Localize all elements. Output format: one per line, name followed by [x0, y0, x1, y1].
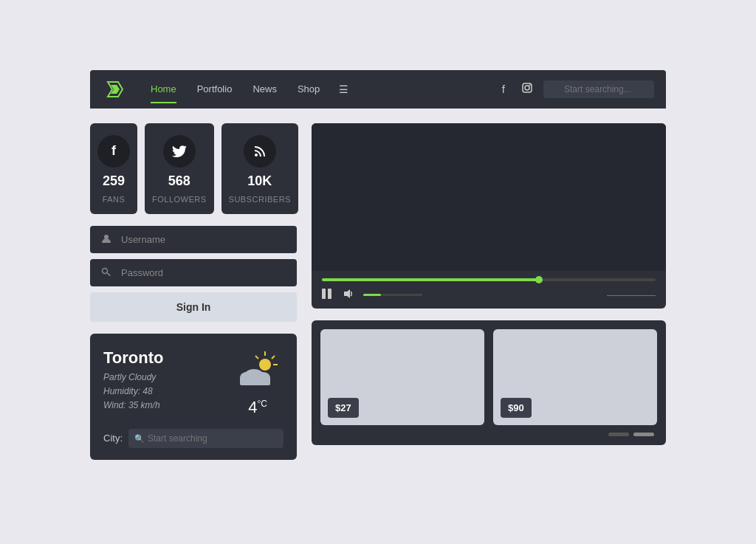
- weather-top: Toronto Partly Cloudy Humidity: 48 Wind:…: [103, 348, 284, 417]
- video-progress-fill: [322, 278, 539, 281]
- weather-description: Partly Cloudy Humidity: 48 Wind: 35 km/h: [103, 371, 163, 413]
- rss-count: 10K: [247, 173, 272, 189]
- navbar-logo[interactable]: [102, 76, 128, 103]
- twitter-count: 568: [168, 173, 190, 189]
- password-input[interactable]: [121, 267, 286, 278]
- nav-shop[interactable]: Shop: [289, 79, 329, 99]
- key-icon: [100, 266, 112, 279]
- scrollbar-dot-1[interactable]: [608, 433, 629, 436]
- login-form: Sign In: [90, 226, 297, 322]
- password-field-wrapper: [90, 259, 297, 286]
- hamburger-icon[interactable]: ☰: [331, 79, 356, 100]
- facebook-stat-card: f 259 FANS: [90, 123, 137, 214]
- price-badge-2: $90: [501, 398, 532, 418]
- main-content: f 259 FANS 568 Followers: [90, 109, 666, 475]
- signin-button[interactable]: Sign In: [90, 292, 297, 322]
- rss-label: Subscribers: [229, 195, 291, 204]
- svg-rect-17: [322, 289, 326, 299]
- social-stats: f 259 FANS 568 Followers: [90, 123, 297, 214]
- volume-bar-fill: [363, 294, 381, 296]
- rss-stat-card: 10K Subscribers: [221, 123, 298, 214]
- left-column: f 259 FANS 568 Followers: [90, 123, 297, 460]
- svg-line-9: [272, 356, 275, 359]
- facebook-count: 259: [103, 173, 125, 189]
- svg-point-7: [103, 268, 108, 273]
- video-player: ——————: [312, 123, 666, 309]
- product-scrollbar: [320, 433, 657, 436]
- nav-links: Home Portfolio News Shop ☰: [142, 79, 492, 100]
- svg-point-4: [529, 85, 531, 86]
- video-progress-dot: [535, 276, 543, 283]
- video-time: ——————: [607, 290, 656, 299]
- right-column: —————— $27 $90: [312, 123, 666, 460]
- username-input[interactable]: [121, 234, 286, 245]
- weather-info: Toronto Partly Cloudy Humidity: 48 Wind:…: [103, 348, 163, 413]
- product-grid: $27 $90: [320, 329, 657, 425]
- svg-line-11: [255, 356, 258, 359]
- svg-point-12: [259, 359, 271, 371]
- nav-portfolio[interactable]: Portfolio: [188, 79, 241, 99]
- twitter-stat-icon: [163, 135, 196, 168]
- nav-news[interactable]: News: [244, 79, 286, 99]
- video-screen[interactable]: [312, 123, 666, 271]
- city-search-input[interactable]: [128, 429, 284, 448]
- volume-button[interactable]: [343, 289, 354, 301]
- facebook-icon[interactable]: f: [496, 78, 511, 100]
- facebook-stat-icon: f: [97, 135, 130, 168]
- facebook-label: FANS: [103, 195, 126, 204]
- weather-temp: 4°C: [248, 398, 267, 417]
- nav-search-input[interactable]: [543, 80, 654, 98]
- weather-search-icon: 🔍: [134, 433, 145, 443]
- volume-bar[interactable]: [363, 294, 422, 296]
- product-panel: $27 $90: [312, 320, 666, 445]
- nav-home[interactable]: Home: [142, 79, 185, 99]
- city-search-wrapper: 🔍: [128, 429, 284, 448]
- weather-search: City: 🔍: [103, 429, 284, 448]
- svg-rect-16: [240, 376, 270, 385]
- weather-sun-cloud-icon: [232, 348, 284, 389]
- weather-icon-area: 4°C: [232, 348, 284, 417]
- svg-point-3: [525, 86, 529, 90]
- play-pause-button[interactable]: [322, 289, 334, 301]
- svg-point-5: [255, 154, 258, 156]
- weather-city: Toronto: [103, 348, 163, 368]
- weather-card: Toronto Partly Cloudy Humidity: 48 Wind:…: [90, 334, 297, 460]
- svg-marker-19: [344, 289, 350, 298]
- twitter-label: Followers: [152, 195, 207, 204]
- nav-search-wrapper: 🔍: [543, 80, 654, 98]
- product-card-1[interactable]: $27: [320, 329, 484, 425]
- user-icon: [100, 233, 112, 246]
- navbar: Home Portfolio News Shop ☰ f 🔍: [90, 70, 666, 109]
- app-wrapper: Home Portfolio News Shop ☰ f 🔍 f: [90, 70, 666, 475]
- video-progress-bar[interactable]: [322, 278, 656, 281]
- city-label: City:: [103, 433, 123, 444]
- rss-stat-icon: [244, 135, 276, 168]
- price-badge-1: $27: [328, 398, 359, 418]
- scrollbar-dot-2[interactable]: [633, 433, 654, 436]
- video-bottom-controls: ——————: [322, 289, 656, 301]
- username-field-wrapper: [90, 226, 297, 253]
- svg-rect-18: [328, 289, 331, 299]
- twitter-stat-card: 568 Followers: [145, 123, 214, 214]
- logo-icon: [105, 79, 126, 100]
- video-controls: ——————: [312, 271, 666, 309]
- instagram-icon[interactable]: [515, 78, 539, 100]
- product-card-2[interactable]: $90: [493, 329, 657, 425]
